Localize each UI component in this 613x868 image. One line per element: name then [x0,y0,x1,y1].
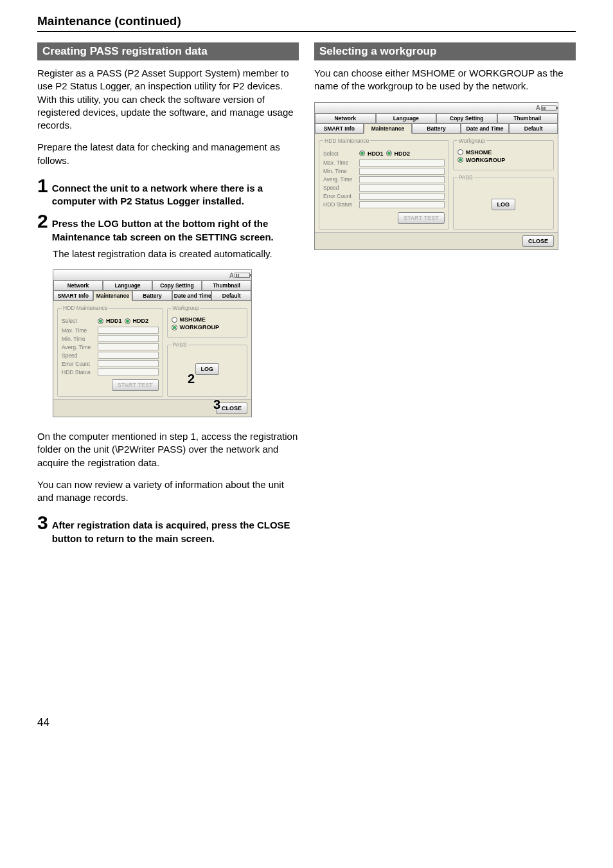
step-2-number: 2 [37,212,48,244]
footer-bar: CLOSE 3 [53,399,251,417]
step-3-text: After registration data is acquired, pre… [52,513,299,545]
hdd1-radio[interactable]: HDD1 [98,318,122,324]
pass-group: PASS LOG [167,341,247,397]
select-label: Select [323,150,357,157]
settings-window-small: A Network Language Copy Setting Thumbnai… [53,269,252,417]
min-time-field [98,335,159,342]
battery-indicator-icon: A [229,272,250,279]
pass-legend: PASS [172,341,188,348]
hdd-legend: HDD Maintenance [62,305,109,311]
left-header: Creating PASS registration data [37,42,299,60]
post-text-1: On the computer mentioned in step 1, acc… [37,430,299,469]
tab-copy-setting[interactable]: Copy Setting [436,113,497,123]
max-time-field [98,327,159,334]
start-test-button[interactable]: START TEST [112,379,159,391]
tab-date-time[interactable]: Date and Time [172,291,212,301]
step-1-text: Connect the unit to a network where ther… [52,176,299,208]
avg-time-field [359,176,445,183]
tabs-row-1: Network Language Copy Setting Thumbnail [53,280,251,291]
step-1: 1 Connect the unit to a network where th… [37,176,299,208]
panel-body: HDD Maintenance Select HDD1 HDD2 Max. Ti… [53,301,251,399]
start-test-button[interactable]: START TEST [398,212,445,224]
hdd-maintenance-group: HDD Maintenance Select HDD1 HDD2 Max. Ti… [57,305,163,397]
tabs-row-1-large: Network Language Copy Setting Thumbnail [315,113,558,123]
workgroup-radio[interactable]: WORKGROUP [172,324,243,330]
tab-thumbnail[interactable]: Thumbnail [497,113,558,123]
step-1-number: 1 [37,176,48,208]
tab-maintenance[interactable]: Maintenance [364,123,413,134]
left-column: Creating PASS registration data Register… [37,42,299,549]
section-title: Maintenance (continued) [37,14,576,32]
step-2-note: The latest registration data is created … [53,248,299,260]
mshome-radio[interactable]: MSHOME [458,149,549,156]
step-3: 3 After registration data is acquired, p… [37,513,299,545]
callout-2: 2 [188,372,195,386]
hdd-status-field [359,201,445,208]
tab-smart-info[interactable]: SMART Info [53,291,93,301]
battery-indicator-icon: A [536,104,556,111]
left-intro-1: Register as a PASS (P2 Asset Support Sys… [37,67,299,132]
hdd-maintenance-group: HDD Maintenance Select HDD1 HDD2 Max. Ti… [319,138,449,230]
workgroup-group: Workgroup MSHOME WORKGROUP [167,305,247,338]
pass-legend: PASS [458,174,474,181]
tab-network[interactable]: Network [53,280,103,291]
hdd-status-label: HDD Status [62,369,95,375]
tab-battery[interactable]: Battery [132,291,172,301]
right-header: Selecting a workgroup [314,42,576,60]
hdd2-radio[interactable]: HDD2 [125,318,149,324]
close-button[interactable]: CLOSE [522,235,554,247]
max-time-label: Max. Time [323,159,357,166]
tab-default[interactable]: Default [509,123,558,134]
tab-default[interactable]: Default [211,291,251,301]
tab-battery[interactable]: Battery [412,123,461,134]
avg-time-label: Averg. Time [323,176,357,183]
speed-field [98,352,159,359]
log-button[interactable]: LOG [492,199,516,210]
min-time-label: Min. Time [62,336,95,342]
titlebar: A [53,270,251,280]
error-count-field [359,193,445,200]
right-intro: You can choose either MSHOME or WORKGROU… [314,67,576,93]
speed-field [359,185,445,192]
tab-copy-setting[interactable]: Copy Setting [152,280,202,291]
hdd-status-field [98,368,159,375]
tab-network[interactable]: Network [315,113,376,123]
tab-thumbnail[interactable]: Thumbnail [202,280,251,291]
footer-bar-large: CLOSE [315,232,558,249]
hdd1-radio[interactable]: HDD1 [359,150,384,157]
tab-language[interactable]: Language [103,280,152,291]
left-intro-2: Prepare the latest data for checking and… [37,141,299,167]
callout-3: 3 [213,397,220,412]
min-time-label: Min. Time [323,168,357,174]
step-3-number: 3 [37,513,48,545]
page-number: 44 [37,716,576,729]
mshome-radio[interactable]: MSHOME [172,316,243,323]
panel-body-large: HDD Maintenance Select HDD1 HDD2 Max. Ti… [315,134,558,232]
post-text-2: You can now review a variety of informat… [37,478,299,505]
select-label: Select [62,318,95,324]
hdd-status-label: HDD Status [323,201,357,208]
workgroup-group: Workgroup MSHOME WORKGROUP [453,138,554,170]
tab-smart-info[interactable]: SMART Info [315,123,364,134]
workgroup-legend: Workgroup [172,305,200,311]
tab-maintenance[interactable]: Maintenance [93,291,133,301]
settings-window-large: A Network Language Copy Setting Thumbnai… [314,102,558,250]
close-button[interactable]: CLOSE [216,402,247,414]
error-count-label: Error Count [323,193,357,199]
tab-date-time[interactable]: Date and Time [461,123,510,134]
avg-time-label: Averg. Time [62,344,95,350]
hdd-legend: HDD Maintenance [323,138,370,144]
speed-label: Speed [62,352,95,359]
log-button[interactable]: LOG [195,363,220,375]
tabs-row-2: SMART Info Maintenance Battery Date and … [53,291,251,301]
hdd2-radio[interactable]: HDD2 [386,150,411,157]
workgroup-radio[interactable]: WORKGROUP [458,157,549,163]
step-2: 2 Press the LOG button at the bottom rig… [37,212,299,244]
titlebar-large: A [315,103,558,113]
tab-language[interactable]: Language [376,113,437,123]
max-time-field [359,159,445,167]
right-column: Selecting a workgroup You can choose eit… [314,42,576,549]
error-count-label: Error Count [62,361,95,367]
tabs-row-2-large: SMART Info Maintenance Battery Date and … [315,123,558,134]
min-time-field [359,168,445,175]
